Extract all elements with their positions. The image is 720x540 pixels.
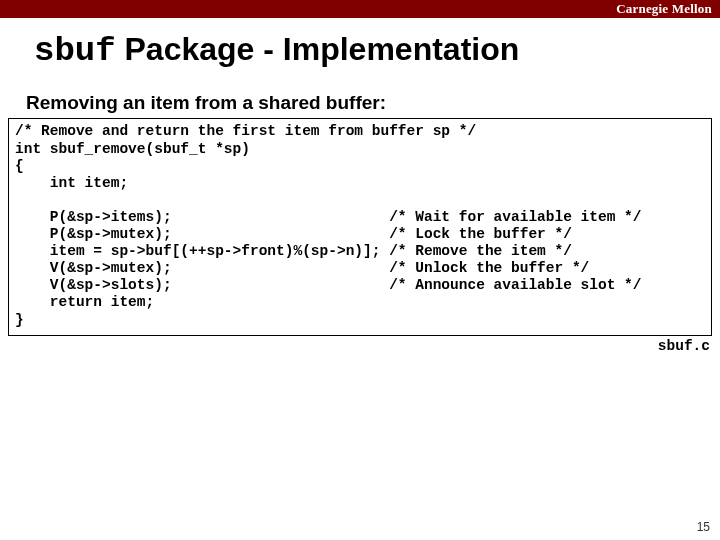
top-bar: Carnegie Mellon xyxy=(0,0,720,18)
source-filename: sbuf.c xyxy=(0,338,710,354)
code-listing: /* Remove and return the first item from… xyxy=(8,118,712,335)
page-number: 15 xyxy=(697,520,710,534)
slide-title: sbuf Package - Implementation xyxy=(34,32,720,70)
slide: Carnegie Mellon sbuf Package - Implement… xyxy=(0,0,720,540)
university-label: Carnegie Mellon xyxy=(616,1,712,17)
title-code-word: sbuf xyxy=(34,32,116,70)
slide-subheading: Removing an item from a shared buffer: xyxy=(26,92,720,114)
title-rest: Package - Implementation xyxy=(116,31,520,67)
